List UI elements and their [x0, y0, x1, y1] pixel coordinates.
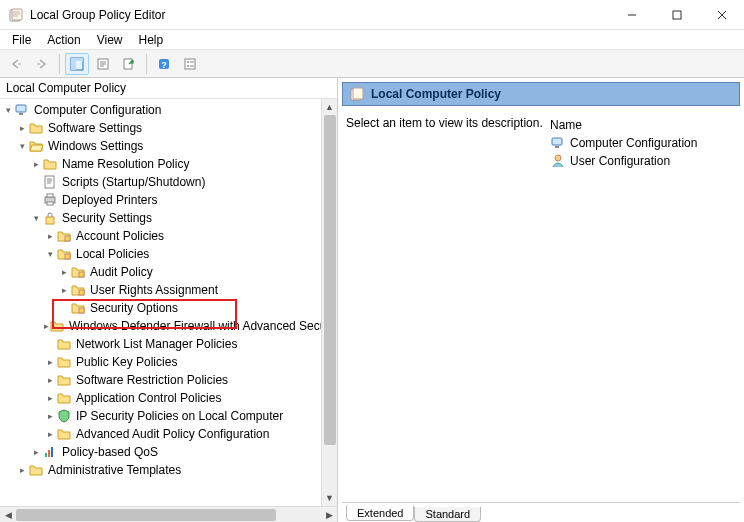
- tree-label: Network List Manager Policies: [74, 337, 237, 351]
- chevron-right-icon[interactable]: ▸: [58, 285, 70, 295]
- folder-icon: [56, 426, 72, 442]
- tree-item-advanced-audit-policy[interactable]: ▸ Advanced Audit Policy Configuration: [0, 425, 337, 443]
- column-header-name[interactable]: Name: [546, 116, 736, 134]
- tree-horizontal-scrollbar[interactable]: ◀ ▶: [0, 506, 337, 522]
- tree-label: Computer Configuration: [32, 103, 161, 117]
- scroll-track[interactable]: [322, 115, 338, 490]
- menu-view[interactable]: View: [89, 31, 131, 49]
- chevron-down-icon[interactable]: ▾: [2, 105, 14, 115]
- list-item-label: Computer Configuration: [570, 136, 697, 150]
- folder-icon: [28, 120, 44, 136]
- show-tree-button[interactable]: [65, 53, 89, 75]
- scroll-down-icon[interactable]: ▼: [322, 490, 338, 506]
- minimize-button[interactable]: [609, 0, 654, 30]
- tree-label: Software Settings: [46, 121, 142, 135]
- chevron-right-icon[interactable]: ▸: [44, 375, 56, 385]
- tree-item-application-control-policies[interactable]: ▸ Application Control Policies: [0, 389, 337, 407]
- tree-item-windows-defender-firewall[interactable]: ▸ Windows Defender Firewall with Advance…: [0, 317, 337, 335]
- tree-item-scripts[interactable]: Scripts (Startup/Shutdown): [0, 173, 337, 191]
- tree-item-windows-settings[interactable]: ▾ Windows Settings: [0, 137, 337, 155]
- tab-extended[interactable]: Extended: [346, 505, 414, 521]
- chevron-right-icon[interactable]: ▸: [30, 159, 42, 169]
- svg-rect-30: [552, 138, 562, 145]
- tree-item-administrative-templates[interactable]: ▸ Administrative Templates: [0, 461, 337, 479]
- properties-button[interactable]: [91, 53, 115, 75]
- list-item-user-configuration[interactable]: User Configuration: [546, 152, 736, 170]
- chevron-right-icon[interactable]: ▸: [44, 411, 56, 421]
- scroll-up-icon[interactable]: ▲: [322, 99, 338, 115]
- tree-vertical-scrollbar[interactable]: ▲ ▼: [321, 99, 337, 506]
- chevron-right-icon[interactable]: ▸: [44, 393, 56, 403]
- tab-standard[interactable]: Standard: [414, 507, 481, 522]
- tree-header[interactable]: Local Computer Policy: [0, 78, 337, 99]
- tree-label: Audit Policy: [88, 265, 153, 279]
- tree-item-software-restriction-policies[interactable]: ▸ Software Restriction Policies: [0, 371, 337, 389]
- scroll-track[interactable]: [16, 507, 321, 523]
- tree-label: Account Policies: [74, 229, 164, 243]
- svg-rect-15: [45, 176, 54, 188]
- svg-rect-7: [124, 59, 132, 69]
- maximize-button[interactable]: [654, 0, 699, 30]
- scroll-thumb[interactable]: [324, 115, 336, 445]
- chevron-down-icon[interactable]: ▾: [30, 213, 42, 223]
- menu-help[interactable]: Help: [131, 31, 172, 49]
- details-description: Select an item to view its description.: [346, 116, 546, 502]
- tree-item-account-policies[interactable]: ▸ Account Policies: [0, 227, 337, 245]
- scroll-left-icon[interactable]: ◀: [0, 507, 16, 523]
- tree-label: Policy-based QoS: [60, 445, 158, 459]
- filter-button[interactable]: [178, 53, 202, 75]
- tree-label: Windows Settings: [46, 139, 143, 153]
- folder-icon: [56, 372, 72, 388]
- details-title: Local Computer Policy: [371, 87, 501, 101]
- svg-rect-24: [79, 308, 84, 313]
- export-button[interactable]: [117, 53, 141, 75]
- computer-icon: [14, 102, 30, 118]
- chevron-right-icon[interactable]: ▸: [58, 267, 70, 277]
- scroll-thumb[interactable]: [16, 509, 276, 521]
- menu-file[interactable]: File: [4, 31, 39, 49]
- chevron-right-icon[interactable]: ▸: [44, 231, 56, 241]
- tree-label: Software Restriction Policies: [74, 373, 228, 387]
- tree-label: Deployed Printers: [60, 193, 157, 207]
- chart-icon: [42, 444, 58, 460]
- scroll-right-icon[interactable]: ▶: [321, 507, 337, 523]
- folder-open-icon: [28, 138, 44, 154]
- chevron-right-icon[interactable]: ▸: [16, 465, 28, 475]
- tree-label: Application Control Policies: [74, 391, 221, 405]
- svg-rect-31: [555, 146, 559, 148]
- tree-item-local-policies[interactable]: ▾ Local Policies: [0, 245, 337, 263]
- close-button[interactable]: [699, 0, 744, 30]
- list-item-computer-configuration[interactable]: Computer Configuration: [546, 134, 736, 152]
- tree: ▾ Computer Configuration ▸ Software Sett…: [0, 99, 337, 522]
- chevron-right-icon[interactable]: ▸: [30, 447, 42, 457]
- tree-item-ip-security-policies[interactable]: ▸ IP Security Policies on Local Computer: [0, 407, 337, 425]
- chevron-right-icon[interactable]: ▸: [16, 123, 28, 133]
- app-icon: [8, 7, 24, 23]
- chevron-right-icon[interactable]: ▸: [44, 429, 56, 439]
- titlebar: Local Group Policy Editor: [0, 0, 744, 30]
- tree-item-deployed-printers[interactable]: Deployed Printers: [0, 191, 337, 209]
- tree-item-user-rights-assignment[interactable]: ▸ User Rights Assignment: [0, 281, 337, 299]
- folder-icon: [49, 318, 65, 334]
- menu-action[interactable]: Action: [39, 31, 88, 49]
- tree-item-network-list-manager-policies[interactable]: Network List Manager Policies: [0, 335, 337, 353]
- chevron-down-icon[interactable]: ▾: [44, 249, 56, 259]
- back-button[interactable]: [4, 53, 28, 75]
- tree-item-public-key-policies[interactable]: ▸ Public Key Policies: [0, 353, 337, 371]
- shield-icon: [56, 408, 72, 424]
- tree-label: Local Policies: [74, 247, 149, 261]
- tree-item-security-settings[interactable]: ▾ Security Settings: [0, 209, 337, 227]
- tree-item-security-options[interactable]: Security Options: [0, 299, 337, 317]
- tree-item-computer-configuration[interactable]: ▾ Computer Configuration: [0, 101, 337, 119]
- svg-rect-21: [65, 254, 70, 259]
- folder-icon: [56, 336, 72, 352]
- help-button[interactable]: ?: [152, 53, 176, 75]
- tree-item-policy-based-qos[interactable]: ▸ Policy-based QoS: [0, 443, 337, 461]
- chevron-down-icon[interactable]: ▾: [16, 141, 28, 151]
- tree-item-software-settings[interactable]: ▸ Software Settings: [0, 119, 337, 137]
- svg-text:?: ?: [161, 60, 167, 70]
- chevron-right-icon[interactable]: ▸: [44, 357, 56, 367]
- forward-button[interactable]: [30, 53, 54, 75]
- tree-item-audit-policy[interactable]: ▸ Audit Policy: [0, 263, 337, 281]
- tree-item-name-resolution-policy[interactable]: ▸ Name Resolution Policy: [0, 155, 337, 173]
